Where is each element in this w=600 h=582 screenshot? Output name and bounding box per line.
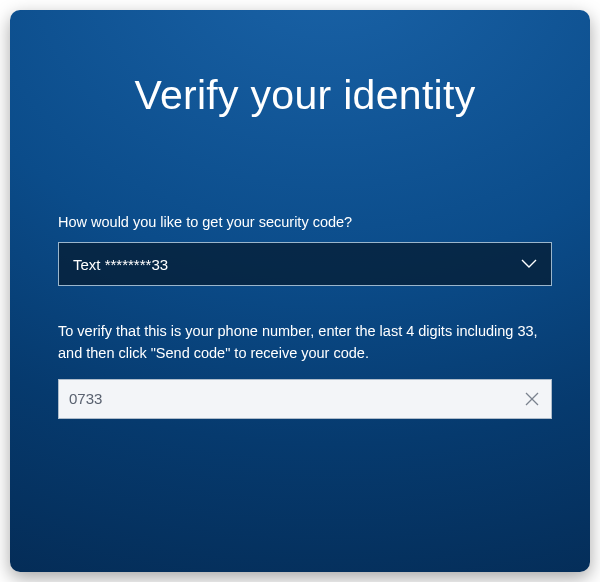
last4-input-wrap [58,379,552,419]
method-prompt-label: How would you like to get your security … [58,214,552,230]
content-area: Verify your identity How would you like … [10,10,590,572]
verify-identity-screen: Verify your identity How would you like … [10,10,590,572]
chevron-down-icon [521,259,537,269]
clear-input-button[interactable] [520,387,544,411]
close-icon [524,391,540,407]
verify-instruction-text: To verify that this is your phone number… [58,320,552,365]
last4-digits-input[interactable] [58,379,552,419]
security-code-method-selected: Text ********33 [73,256,168,273]
security-code-method-select[interactable]: Text ********33 [58,242,552,286]
page-title: Verify your identity [58,72,552,119]
